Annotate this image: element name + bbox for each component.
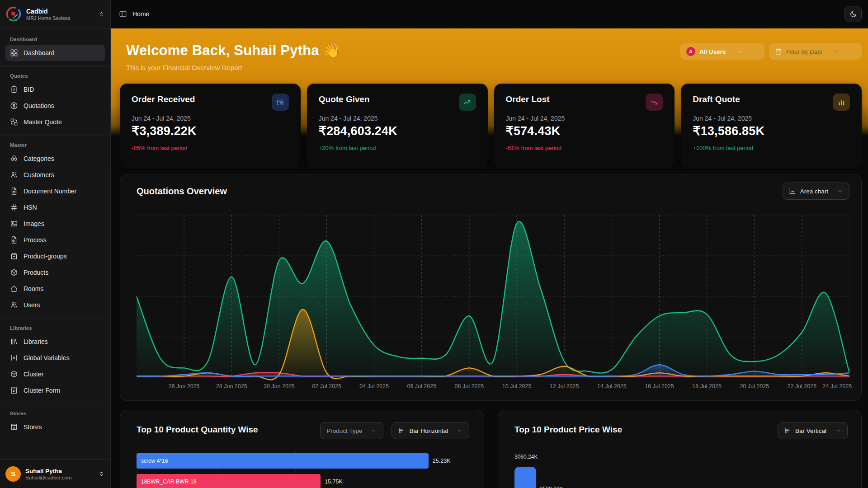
file-cog-icon	[10, 236, 18, 244]
stat-period: Jun 24 - Jul 24, 2025	[132, 115, 289, 122]
sidebar-item-quotations[interactable]: Quotations	[5, 98, 105, 114]
stat-period: Jun 24 - Jul 24, 2025	[693, 115, 850, 122]
stat-value: ₹13,586.85K	[693, 124, 850, 138]
stat-cards-row: Order ReceivedJun 24 - Jul 24, 2025₹3,38…	[120, 84, 862, 169]
chevron-down-icon	[833, 48, 839, 55]
theme-toggle-button[interactable]	[844, 6, 862, 22]
page-title: Welcome Back, Suhail Pytha 👋	[126, 42, 340, 59]
stat-period: Jun 24 - Jul 24, 2025	[319, 115, 476, 122]
sidebar-section-label: Quotes	[5, 70, 105, 81]
area-chart-icon	[789, 188, 796, 195]
dollar-icon	[10, 102, 18, 110]
horizontal-bar[interactable]: 18BWR_CAR-BWR-18	[137, 474, 321, 488]
sidebar-item-label: HSN	[24, 204, 37, 211]
divider	[0, 66, 110, 67]
stat-card-order-received: Order ReceivedJun 24 - Jul 24, 2025₹3,38…	[120, 84, 301, 169]
x-axis-tick-label: 12 Jul 2025	[550, 383, 579, 389]
x-axis-tick-label: 16 Jul 2025	[645, 383, 674, 389]
workspace-switcher[interactable]: Cadbid MRJ Home Saviesa	[0, 0, 110, 28]
stat-title: Order Received	[132, 94, 195, 104]
sidebar-item-images[interactable]: Images	[5, 216, 105, 232]
sidebar-item-rooms[interactable]: Rooms	[5, 281, 105, 297]
trend-up-icon	[463, 98, 472, 107]
bar-value: 25.23K	[433, 458, 451, 464]
x-axis-tick-label: 26 Jun 2025	[169, 383, 200, 389]
horizontal-bars: screw 4*1625.23K18BWR_CAR-BWR-1815.75K	[137, 453, 454, 488]
brand-name: Cadbid	[26, 8, 94, 15]
quantity-panel: Top 10 Product Quantity Wise Product Typ…	[120, 410, 484, 488]
sidebar-item-categories[interactable]: Categories	[5, 150, 105, 167]
stat-card-quote-given: Quote GivenJun 24 - Jul 24, 2025₹284,603…	[307, 84, 488, 169]
sidebar-item-stores[interactable]: Stores	[5, 419, 105, 435]
sidebar-item-dashboard[interactable]: Dashboard	[5, 45, 105, 61]
sidebar-item-hsn[interactable]: HSN	[5, 199, 105, 216]
x-axis-tick-label: 28 Jun 2025	[216, 383, 247, 389]
price-panel: Top 10 Product Price Wise Bar Vertical 3…	[498, 410, 862, 488]
main-content: Home Welcome Back, Suhail Pytha 👋 This i…	[111, 0, 868, 488]
sidebar-toggle-icon[interactable]	[119, 10, 127, 18]
sidebar-item-products[interactable]: Products	[5, 264, 105, 281]
chevron-down-icon	[457, 427, 463, 434]
sidebar-section-label: Dashboard	[5, 33, 105, 45]
stat-value: ₹284,603.24K	[319, 124, 476, 138]
users-icon	[10, 301, 18, 309]
sidebar-item-customers[interactable]: Customers	[5, 167, 105, 183]
topbar: Home	[111, 0, 868, 28]
sidebar-item-bid[interactable]: BID	[5, 81, 105, 98]
chevron-down-icon	[371, 427, 377, 434]
sidebar-item-users[interactable]: Users	[5, 297, 105, 313]
chart-type-dropdown[interactable]: Area chart	[783, 183, 849, 200]
stat-period: Jun 24 - Jul 24, 2025	[506, 115, 663, 122]
brand-org: MRJ Home Saviesa	[26, 15, 94, 21]
sidebar-item-label: Images	[24, 220, 44, 227]
sidebar-item-global-variables[interactable]: Global Variables	[5, 350, 105, 366]
sidebar-item-label: Libraries	[24, 338, 48, 345]
sidebar-item-label: Dashboard	[24, 49, 55, 56]
bar-label: screw 4*16	[141, 458, 168, 464]
panel-title: Quotations Overview	[137, 186, 227, 197]
stat-card-order-lost: Order LostJun 24 - Jul 24, 2025₹574.43K-…	[494, 84, 675, 169]
stat-title: Order Lost	[506, 94, 550, 104]
vertical-bar[interactable]	[514, 467, 536, 488]
sidebar-item-cluster[interactable]: Cluster	[5, 366, 105, 382]
sidebar-section-label: Libraries	[5, 322, 105, 333]
chevron-down-icon	[835, 427, 841, 434]
sidebar-item-label: Document Number	[24, 188, 77, 195]
x-axis-tick-label: 04 Jul 2025	[359, 383, 389, 389]
stat-change: +100% from last period	[693, 145, 850, 151]
sidebar-item-master-quote[interactable]: Master Quote	[5, 114, 105, 130]
stat-title: Draft Quote	[693, 94, 740, 104]
filter-by-date-label: Filter by Date	[786, 48, 822, 55]
bar-vertical-dropdown[interactable]: Bar Vertical	[778, 422, 848, 439]
y-axis-gridline: 3060.24K	[514, 454, 848, 460]
sidebar-item-process[interactable]: Process	[5, 232, 105, 248]
x-axis-labels: 26 Jun 202528 Jun 202530 Jun 202502 Jul …	[137, 383, 849, 392]
home-icon	[10, 285, 18, 293]
filter-by-date-dropdown[interactable]: Filter by Date	[769, 43, 862, 60]
sidebar-item-product-groups[interactable]: Product-groups	[5, 248, 105, 264]
chevrons-up-down-icon[interactable]	[98, 470, 105, 477]
user-badge: A	[686, 47, 695, 56]
horizontal-bar[interactable]: screw 4*16	[137, 453, 429, 469]
product-type-dropdown[interactable]: Product Type	[320, 422, 383, 439]
sidebar-item-libraries[interactable]: Libraries	[5, 333, 105, 350]
sidebar-item-cluster-form[interactable]: Cluster Form	[5, 382, 105, 399]
chevrons-up-down-icon[interactable]	[98, 11, 105, 18]
sidebar-item-label: Quotations	[24, 102, 54, 109]
sidebar: Cadbid MRJ Home Saviesa DashboardDashboa…	[0, 0, 111, 488]
user-meta: Suhail Pytha Suhail@cadbid.com	[25, 468, 94, 480]
sidebar-item-label: Global Variables	[24, 354, 70, 361]
hash-icon	[10, 203, 18, 211]
bar-horizontal-dropdown[interactable]: Bar Horizontal	[392, 422, 469, 439]
chevron-down-icon	[837, 188, 843, 194]
user-menu[interactable]: S Suhail Pytha Suhail@cadbid.com	[0, 459, 110, 488]
sidebar-item-document-number[interactable]: Document Number	[5, 183, 105, 199]
all-users-dropdown[interactable]: A All Users	[680, 43, 764, 60]
sidebar-item-label: Stores	[24, 423, 42, 431]
package-icon	[10, 370, 18, 378]
stat-icon-box	[272, 94, 289, 111]
sidebar-item-label: Users	[24, 301, 40, 309]
bar-label: 18BWR_CAR-BWR-18	[141, 479, 197, 485]
sidebar-item-label: Customers	[24, 171, 54, 178]
area-chart[interactable]	[137, 210, 849, 380]
